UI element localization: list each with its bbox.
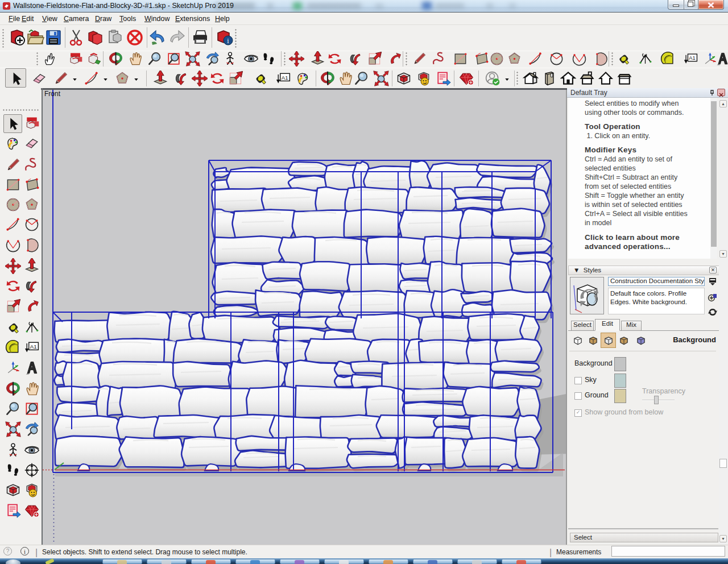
svg-text:A1: A1 [689, 55, 695, 61]
svg-text:A1: A1 [282, 74, 288, 81]
svg-text:A1: A1 [30, 343, 37, 350]
svg-text:Front: Front [44, 90, 61, 98]
